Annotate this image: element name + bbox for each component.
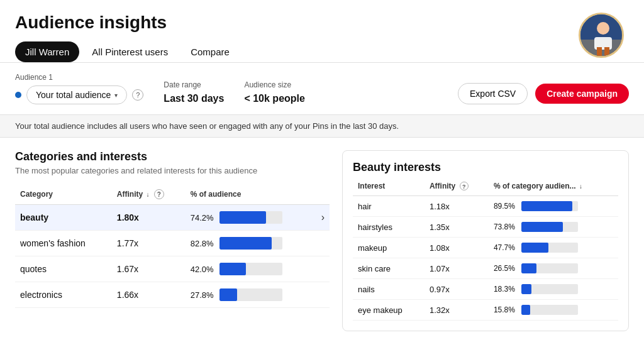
col-category: Category <box>15 184 112 205</box>
col-affinity: Affinity ↓ ? <box>112 184 186 205</box>
table-row: makeup1.08x 47.7% <box>353 238 618 258</box>
audience-select-group: Your total audience ▾ ? <box>15 85 143 104</box>
right-panel: Beauty interests Interest Affinity ? % o… <box>342 150 629 331</box>
table-row[interactable]: beauty1.80x 74.2% › <box>15 205 330 231</box>
affinity-help-icon[interactable]: ? <box>154 189 164 199</box>
controls-bar: Audience 1 Your total audience ▾ ? Date … <box>0 63 644 115</box>
export-csv-button[interactable]: Export CSV <box>458 83 528 104</box>
interest-pct-cell: 73.8% <box>489 217 618 238</box>
table-row[interactable]: electronics1.66x 27.8% <box>15 282 330 308</box>
tab-all-pinterest[interactable]: All Pinterest users <box>82 41 178 62</box>
col-pct-category: % of category audien... ↓ <box>489 177 618 196</box>
tab-compare[interactable]: Compare <box>180 41 240 62</box>
category-pct-cell: 82.8% <box>186 231 316 256</box>
interest-pct-cell: 89.5% <box>489 196 618 217</box>
category-name-cell: quotes <box>15 256 112 282</box>
category-affinity-cell: 1.66x <box>112 282 186 308</box>
create-campaign-button[interactable]: Create campaign <box>535 84 629 104</box>
category-expand-cell[interactable]: › <box>316 205 330 231</box>
categories-subtitle: The most popular categories and related … <box>15 166 330 175</box>
audience-control: Audience 1 Your total audience ▾ ? <box>15 73 143 104</box>
chevron-right-icon[interactable]: › <box>321 212 325 222</box>
table-row: nails0.97x 18.3% <box>353 279 618 300</box>
date-range-control: Date range Last 30 days <box>164 80 224 104</box>
category-expand-cell[interactable] <box>316 282 330 308</box>
category-pct-cell: 27.8% <box>186 282 316 308</box>
beauty-interests-title: Beauty interests <box>353 161 618 174</box>
interest-pct-cell: 47.7% <box>489 238 618 258</box>
categories-title: Categories and interests <box>15 150 330 163</box>
avatar-image <box>580 14 622 56</box>
col-affinity-right: Affinity ? <box>425 177 489 196</box>
interest-affinity-cell: 1.07x <box>425 258 489 279</box>
table-row[interactable]: quotes1.67x 42.0% <box>15 256 330 282</box>
audience-label: Audience 1 <box>15 73 143 82</box>
affinity-sort-icon: ↓ <box>147 191 150 198</box>
category-affinity-cell: 1.77x <box>112 231 186 256</box>
interest-name-cell: hair <box>353 196 425 217</box>
category-affinity-cell: 1.80x <box>112 205 186 231</box>
beauty-interests-table: Interest Affinity ? % of category audien… <box>353 177 618 321</box>
col-expand <box>316 184 330 205</box>
interest-affinity-cell: 0.97x <box>425 279 489 300</box>
category-pct-cell: 74.2% <box>186 205 316 231</box>
table-row[interactable]: women's fashion1.77x 82.8% <box>15 231 330 256</box>
col-pct-audience: % of audience <box>186 184 316 205</box>
audience-help-icon[interactable]: ? <box>132 89 143 101</box>
page-title: Audience insights <box>15 13 629 33</box>
main-content: Categories and interests The most popula… <box>0 138 644 344</box>
date-range-value: Last 30 days <box>164 93 224 104</box>
category-pct-cell: 42.0% <box>186 256 316 282</box>
audience-size-value: < 10k people <box>244 93 305 104</box>
audience-size-control: Audience size < 10k people <box>244 80 305 104</box>
interest-name-cell: makeup <box>353 238 425 258</box>
category-name-cell: beauty <box>15 205 112 231</box>
controls-right: Export CSV Create campaign <box>458 83 629 104</box>
audience-dropdown[interactable]: Your total audience ▾ <box>26 85 127 104</box>
category-name-cell: electronics <box>15 282 112 308</box>
svg-rect-4 <box>597 47 602 56</box>
interest-affinity-cell: 1.35x <box>425 217 489 238</box>
left-panel: Categories and interests The most popula… <box>15 150 330 331</box>
interest-name-cell: hairstyles <box>353 217 425 238</box>
interest-affinity-cell: 1.18x <box>425 196 489 217</box>
date-range-label: Date range <box>164 80 224 89</box>
table-row: hair1.18x 89.5% <box>353 196 618 217</box>
header: Audience insights Jill Warren All Pinter… <box>0 0 644 63</box>
interest-affinity-cell: 1.32x <box>425 300 489 321</box>
svg-point-2 <box>597 22 609 35</box>
avatar <box>579 13 624 58</box>
interest-pct-cell: 15.8% <box>489 300 618 321</box>
svg-rect-5 <box>604 47 609 56</box>
audience-size-label: Audience size <box>244 80 305 89</box>
interest-pct-cell: 18.3% <box>489 279 618 300</box>
categories-table: Category Affinity ↓ ? % of audience <box>15 184 330 308</box>
interest-affinity-cell: 1.08x <box>425 238 489 258</box>
table-row: skin care1.07x 26.5% <box>353 258 618 279</box>
interest-name-cell: eye makeup <box>353 300 425 321</box>
audience-dot <box>15 92 21 98</box>
tab-jill-warren[interactable]: Jill Warren <box>15 41 79 62</box>
pct-category-sort-icon: ↓ <box>579 183 582 190</box>
avatar-container <box>579 13 624 58</box>
interest-name-cell: skin care <box>353 258 425 279</box>
nav-tabs: Jill Warren All Pinterest users Compare <box>15 41 629 62</box>
interest-pct-cell: 26.5% <box>489 258 618 279</box>
category-expand-cell[interactable] <box>316 231 330 256</box>
col-interest: Interest <box>353 177 425 196</box>
table-row: eye makeup1.32x 15.8% <box>353 300 618 321</box>
chevron-down-icon: ▾ <box>114 92 118 99</box>
category-name-cell: women's fashion <box>15 231 112 256</box>
interest-name-cell: nails <box>353 279 425 300</box>
audience-value: Your total audience <box>36 90 111 100</box>
info-bar: Your total audience includes all users w… <box>0 115 644 138</box>
table-row: hairstyles1.35x 73.8% <box>353 217 618 238</box>
category-affinity-cell: 1.67x <box>112 256 186 282</box>
category-expand-cell[interactable] <box>316 256 330 282</box>
affinity-help-icon-right[interactable]: ? <box>460 182 469 190</box>
info-text: Your total audience includes all users w… <box>15 121 399 131</box>
